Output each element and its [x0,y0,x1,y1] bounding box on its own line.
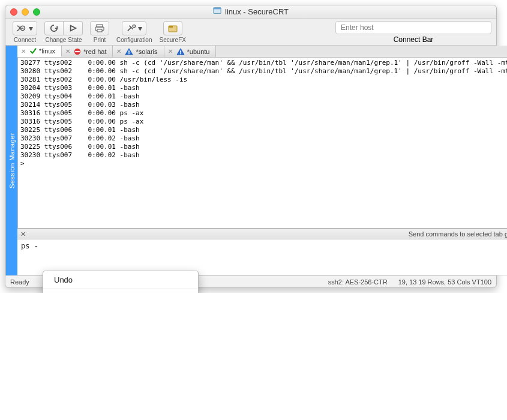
tab-status-icon [176,48,185,55]
left-terminal-pane[interactable]: 30277 ttys002 0:00.00 sh -c (cd '/usr/sh… [17,57,507,229]
reconnect-button[interactable] [44,21,64,35]
titlebar: linux - SecureCRT [5,5,496,19]
minimize-window-button[interactable] [22,8,29,16]
print-button[interactable] [90,21,109,35]
svg-rect-1 [214,8,221,10]
svg-rect-12 [129,53,130,54]
svg-rect-10 [75,50,80,52]
tab-status-icon [74,48,81,55]
disconnect-button[interactable] [64,21,83,35]
svg-rect-3 [97,25,103,27]
window-controls [10,8,40,16]
tab-close-icon[interactable]: ✕ [65,48,70,55]
command-window-close-icon[interactable]: ✕ [17,230,28,238]
left-terminal-output: 30277 ttys002 0:00.00 sh -c (cd '/usr/sh… [18,58,507,169]
status-connection: ssh2: AES-256-CTR [328,278,388,286]
svg-rect-14 [180,53,181,54]
change-state-label: Change State [45,37,82,43]
app-icon [213,7,221,17]
svg-rect-5 [97,29,102,32]
svg-rect-0 [214,8,221,14]
command-window-header: ✕ Send commands to selected tab group(s) [17,229,507,239]
connect-bar-label: Connect Bar [394,35,434,44]
connect-button[interactable]: ▾ [13,21,37,35]
window-title: linux - SecureCRT [225,7,289,16]
tab-status-icon [125,48,133,55]
print-label: Print [94,37,106,43]
session-manager-handle[interactable]: Session Manager [5,46,17,275]
svg-rect-8 [169,26,173,28]
left-tab--solaris[interactable]: ✕*solaris [113,46,164,57]
command-input[interactable]: ps - [17,239,507,275]
menu-item-undo[interactable]: Undo [43,274,198,286]
connect-label: Connect [14,37,36,43]
app-window: linux - SecureCRT ▾ Connect Change State [5,5,497,288]
tab-close-icon[interactable]: ✕ [21,48,26,55]
tab-label: *linux [39,47,55,55]
zoom-window-button[interactable] [33,8,40,16]
status-position: 19, 13 19 Rows, 53 Cols VT100 [398,278,491,286]
left-tab-strip: ✕*linux✕*red hat✕*solaris✕*ubuntu [17,46,507,58]
menu-item-label: Undo [54,275,73,284]
close-window-button[interactable] [10,8,17,16]
configuration-label: Configuration [116,37,152,43]
left-tab--red-hat[interactable]: ✕*red hat [62,46,113,57]
svg-rect-13 [180,50,181,52]
tab-label: *solaris [136,48,157,55]
tab-close-icon[interactable]: ✕ [116,48,121,55]
left-tab--ubuntu[interactable]: ✕*ubuntu [164,46,217,57]
svg-point-6 [133,25,135,27]
left-tab--linux[interactable]: ✕*linux [17,46,62,57]
tab-status-icon [29,47,37,55]
securefx-button[interactable] [163,21,182,35]
securefx-label: SecureFX [159,37,185,43]
status-ready: Ready [10,278,29,286]
toolbar: ▾ Connect Change State Print [5,19,496,46]
svg-rect-11 [129,50,130,52]
configuration-button[interactable]: ▾ [122,21,146,35]
menu-item-cut[interactable]: Cut [43,292,198,293]
tab-label: *red hat [83,48,107,55]
command-window-title: Send commands to selected tab group(s) [28,230,507,238]
tab-close-icon[interactable]: ✕ [168,48,173,55]
host-input[interactable] [335,21,491,34]
tab-label: *ubuntu [187,48,210,55]
context-menu: UndoCutCopyPasteDeleteSelect AllSend Cha… [43,271,199,293]
